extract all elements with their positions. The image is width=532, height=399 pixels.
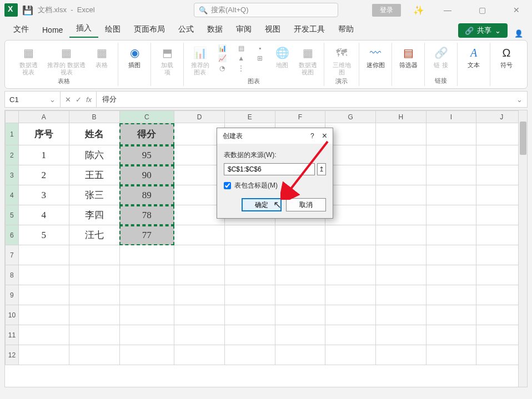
row-header[interactable]: 1 <box>6 123 19 145</box>
cell[interactable] <box>375 265 426 285</box>
scrollbar-thumb[interactable] <box>520 122 526 155</box>
cell[interactable] <box>426 305 476 325</box>
pivotchart-button[interactable]: ▦数据透视图 <box>296 44 319 77</box>
cell[interactable] <box>275 325 325 345</box>
cell-selected[interactable]: 90 <box>119 165 174 185</box>
cell[interactable] <box>375 205 426 225</box>
row-header[interactable]: 2 <box>6 145 19 165</box>
cell[interactable]: 5 <box>18 225 69 245</box>
cell[interactable] <box>18 285 69 305</box>
checkbox-input[interactable] <box>224 182 231 189</box>
cell[interactable] <box>426 123 476 145</box>
cell[interactable] <box>174 285 225 305</box>
cell[interactable] <box>426 145 476 165</box>
cell[interactable] <box>69 265 119 285</box>
cell[interactable] <box>69 325 119 345</box>
dialog-help-button[interactable]: ? <box>310 132 314 140</box>
cell[interactable]: 2 <box>18 165 69 185</box>
enter-formula-icon[interactable]: ✓ <box>76 95 82 104</box>
cell[interactable]: 李四 <box>69 205 119 225</box>
cell[interactable] <box>174 345 225 365</box>
sparklines-button[interactable]: 〰迷你图 <box>364 44 387 70</box>
waterfall-chart-icon[interactable]: ▪ <box>252 44 268 53</box>
close-window-button[interactable]: ✕ <box>505 6 528 14</box>
cell[interactable] <box>275 305 325 325</box>
vertical-scrollbar[interactable] <box>518 110 527 387</box>
text-button[interactable]: A文本 <box>462 44 485 70</box>
cell[interactable]: 汪七 <box>69 225 119 245</box>
cell[interactable]: 姓名 <box>69 123 119 145</box>
cell[interactable] <box>174 305 225 325</box>
cell[interactable] <box>69 245 119 265</box>
cell[interactable] <box>426 285 476 305</box>
cell[interactable] <box>426 225 476 245</box>
cell[interactable] <box>174 245 225 265</box>
cell[interactable] <box>325 245 376 265</box>
magic-wand-icon[interactable]: ✨ <box>413 5 424 16</box>
tab-data[interactable]: 数据 <box>200 21 229 38</box>
addins-button[interactable]: ⬒加载 项 <box>155 44 179 77</box>
cell[interactable] <box>119 285 174 305</box>
cell[interactable] <box>18 305 69 325</box>
cell[interactable] <box>224 245 275 265</box>
minimize-button[interactable]: — <box>436 6 459 14</box>
link-button[interactable]: 🔗链 接 <box>429 44 453 70</box>
cell[interactable] <box>375 145 426 165</box>
cell[interactable] <box>426 165 476 185</box>
illustrations-button[interactable]: ◉插图 <box>123 44 146 70</box>
3dmap-button[interactable]: 🗺三维地 图 <box>329 44 354 77</box>
cell[interactable] <box>325 225 376 245</box>
login-button[interactable]: 登录 <box>372 4 401 17</box>
row-header[interactable]: 7 <box>6 245 19 265</box>
cell[interactable]: 序号 <box>18 123 69 145</box>
tab-home[interactable]: Home <box>36 22 69 38</box>
cell[interactable] <box>325 265 376 285</box>
pie-chart-icon[interactable]: ◔ <box>214 64 230 73</box>
cell[interactable]: 3 <box>18 185 69 205</box>
cell[interactable] <box>275 345 325 365</box>
cell[interactable] <box>325 325 376 345</box>
cell[interactable] <box>119 265 174 285</box>
cell[interactable] <box>18 245 69 265</box>
col-header-F[interactable]: F <box>275 111 325 123</box>
cell[interactable] <box>18 325 69 345</box>
cell[interactable] <box>275 285 325 305</box>
row-header[interactable]: 4 <box>6 185 19 205</box>
cell[interactable] <box>426 205 476 225</box>
bar-chart-icon[interactable]: ▤ <box>233 44 249 53</box>
col-header-G[interactable]: G <box>325 111 376 123</box>
tab-layout[interactable]: 页面布局 <box>127 21 172 38</box>
cell[interactable] <box>375 285 426 305</box>
cell-selected[interactable]: 89 <box>119 185 174 205</box>
cell[interactable] <box>69 305 119 325</box>
cell[interactable] <box>325 345 376 365</box>
cell[interactable]: 王五 <box>69 165 119 185</box>
pivot-table-button[interactable]: ▦数据透 视表 <box>14 44 43 77</box>
dialog-close-button[interactable]: × <box>322 131 327 141</box>
cell-selected[interactable]: 77 <box>119 225 174 245</box>
row-header[interactable]: 12 <box>6 345 19 365</box>
cell[interactable] <box>426 325 476 345</box>
row-header[interactable]: 6 <box>6 225 19 245</box>
cell-selected[interactable]: 78 <box>119 205 174 225</box>
cell-selected[interactable]: 95 <box>119 145 174 165</box>
cell[interactable] <box>174 225 225 245</box>
cell[interactable] <box>18 345 69 365</box>
col-header-I[interactable]: I <box>426 111 476 123</box>
col-header-C[interactable]: C <box>119 111 174 123</box>
cell[interactable] <box>426 185 476 205</box>
col-header-E[interactable]: E <box>224 111 275 123</box>
name-box[interactable]: C1⌄ <box>5 92 61 107</box>
expand-formula-icon[interactable]: ⌄ <box>512 95 527 104</box>
row-header[interactable]: 8 <box>6 265 19 285</box>
maps-button[interactable]: 🌐地图 <box>270 44 294 70</box>
cell[interactable] <box>426 265 476 285</box>
combo-chart-icon[interactable]: ⊞ <box>252 54 268 63</box>
account-icon[interactable]: 👤 <box>514 29 525 38</box>
row-header[interactable]: 5 <box>6 205 19 225</box>
search-input[interactable]: 🔍 搜索(Alt+Q) <box>194 3 338 17</box>
table-button[interactable]: ▦表格 <box>90 44 113 70</box>
cell[interactable] <box>375 225 426 245</box>
tab-devtools[interactable]: 开发工具 <box>287 21 332 38</box>
cell[interactable]: 陈六 <box>69 145 119 165</box>
